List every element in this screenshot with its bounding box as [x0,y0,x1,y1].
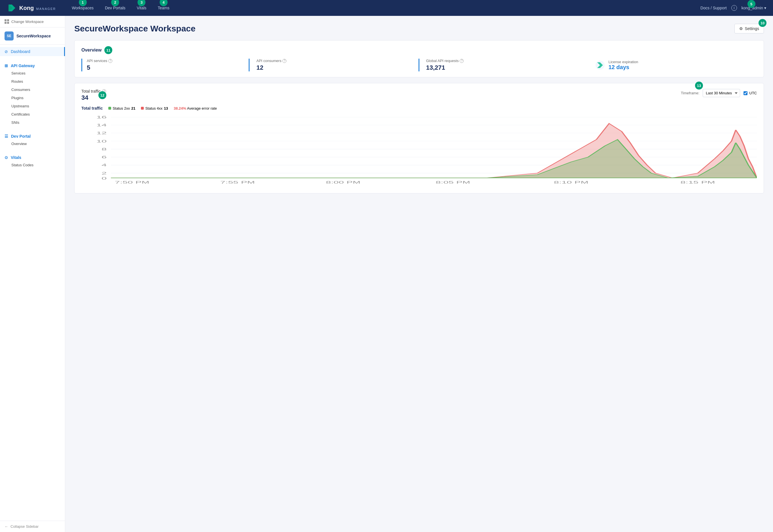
api-consumers-value: 12 [256,64,411,71]
page-header: SecureWorkspace Workspace 10 ⚙ Settings [74,24,764,33]
vitals-icon: ⊙ [5,155,8,160]
badge-12: 12 [98,91,106,99]
license-kong-icon [595,60,605,70]
badge-3: 3 [137,0,145,6]
sidebar-item-services[interactable]: Services [0,69,65,77]
sidebar-vitals-section: 9 ⊙ Vitals Status Codes [0,150,65,171]
nav-dev-portals[interactable]: 2 Dev Portals [100,3,130,12]
svg-text:8: 8 [101,147,107,151]
gear-icon: ⚙ [739,26,743,31]
sidebar-item-snis[interactable]: SNIs [0,118,65,127]
user-menu[interactable]: 5 kong_admin ▾ [742,6,766,10]
legend-2xx: Status 2xx 21 [108,106,135,110]
api-services-help-icon[interactable]: ? [108,59,112,63]
main-content: SecureWorkspace Workspace 10 ⚙ Settings … [65,16,773,532]
chart-title: Total traffic [81,106,103,110]
badge-13: 13 [695,82,703,90]
svg-text:0: 0 [101,176,107,180]
svg-marker-23 [111,139,757,178]
api-services-value: 5 [87,64,242,71]
api-gateway-icon: ⊞ [5,63,8,68]
error-rate: 38.24% Average error rate [174,106,217,110]
legend-4xx: Status 4xx 13 [141,106,168,110]
overview-card-title: Overview 11 [81,46,757,54]
overview-card: Overview 11 API services ? 5 API consume… [74,40,764,77]
api-consumers-help-icon[interactable]: ? [283,59,286,63]
svg-text:8:10 PM: 8:10 PM [554,180,589,184]
sidebar-api-gateway-header[interactable]: 7 ⊞ API Gateway [0,61,65,69]
badge-2: 2 [111,0,119,6]
svg-text:6: 6 [101,155,107,159]
legend-4xx-dot [141,107,144,110]
api-consumers-label: API consumers ? [256,59,411,63]
change-workspace-button[interactable]: 6 Change Workspace [0,16,65,27]
traffic-header: Total traffic ? 34 12 13 Timeframe: Last… [81,89,757,101]
stat-license-expiration: License expiration 12 days [588,59,757,71]
info-icon[interactable]: i [731,5,737,11]
docs-support-link[interactable]: Docs / Support [700,6,727,10]
timeframe-label: Timeframe: [681,91,699,95]
stat-global-api-requests: Global API requests ? 13,271 [419,59,588,71]
global-api-requests-label: Global API requests ? [426,59,581,63]
sidebar-item-status-codes[interactable]: Status Codes [0,161,65,169]
timeframe-select[interactable]: Last 30 Minutes Last Hour Last 24 Hours [703,89,740,97]
kong-logo-icon [7,3,17,13]
sidebar-item-dev-portal-overview[interactable]: Overview [0,140,65,148]
top-nav: Kong MANAGER 1 Workspaces 2 Dev Portals … [0,0,773,16]
chevron-down-icon: ▾ [764,6,766,10]
badge-11: 11 [104,46,112,54]
svg-text:10: 10 [96,139,107,143]
traffic-card: Total traffic ? 34 12 13 Timeframe: Last… [74,83,764,193]
sidebar-item-upstreams[interactable]: Upstreams [0,102,65,110]
nav-teams[interactable]: 4 Teams [153,3,174,12]
traffic-chart: 16 14 12 10 8 6 4 2 0 7:50 PM 7:55 PM [81,114,757,188]
svg-text:8:15 PM: 8:15 PM [681,180,715,184]
main-layout: 6 Change Workspace SE SecureWorkspace ⊘ … [0,16,773,532]
global-api-requests-help-icon[interactable]: ? [460,59,464,63]
sidebar-dev-portal-header[interactable]: 8 ☰ Dev Portal [0,131,65,140]
page-title: SecureWorkspace Workspace [74,24,196,33]
logo-area: Kong MANAGER [7,3,56,13]
svg-text:14: 14 [96,123,107,127]
sidebar: 6 Change Workspace SE SecureWorkspace ⊘ … [0,16,65,532]
sidebar-dashboard-section: ⊘ Dashboard [0,45,65,58]
api-services-label: API services ? [87,59,242,63]
stats-row: API services ? 5 API consumers ? 12 Glob… [81,59,757,71]
badge-4: 4 [160,0,167,6]
svg-text:7:50 PM: 7:50 PM [115,180,149,184]
badge-1: 1 [79,0,87,6]
nav-workspaces[interactable]: 1 Workspaces [67,3,98,12]
collapse-icon: ← [5,524,8,529]
svg-text:2: 2 [101,171,107,175]
logo-text: Kong MANAGER [19,5,56,11]
sidebar-vitals-header[interactable]: 9 ⊙ Vitals [0,152,65,161]
svg-text:12: 12 [96,131,107,135]
svg-text:8:05 PM: 8:05 PM [436,180,470,184]
svg-marker-22 [111,124,757,178]
badge-10: 10 [759,19,766,27]
sidebar-item-certificates[interactable]: Certificates [0,110,65,118]
license-expiration-value: 12 days [609,64,638,71]
workspace-avatar: SE [5,31,14,41]
svg-text:8:00 PM: 8:00 PM [326,180,360,184]
svg-text:16: 16 [96,115,107,119]
nav-vitals[interactable]: 3 Vitals [132,3,151,12]
sidebar-item-dashboard[interactable]: ⊘ Dashboard [0,47,65,56]
sidebar-item-routes[interactable]: Routes [0,77,65,86]
workspace-header: SE SecureWorkspace [0,27,65,45]
timeframe-area: 13 Timeframe: Last 30 Minutes Last Hour … [681,89,757,97]
change-workspace-label: Change Workspace [11,20,44,24]
workspace-name: SecureWorkspace [16,34,51,38]
stat-api-consumers: API consumers ? 12 [249,59,418,71]
utc-checkbox[interactable] [744,91,748,95]
sidebar-item-consumers[interactable]: Consumers [0,86,65,94]
collapse-sidebar-button[interactable]: ← Collapse Sidebar [0,521,65,532]
traffic-chart-svg: 16 14 12 10 8 6 4 2 0 7:50 PM 7:55 PM [81,114,757,188]
svg-text:4: 4 [101,163,107,167]
utc-checkbox-label: UTC [744,91,757,95]
svg-text:7:55 PM: 7:55 PM [220,180,255,184]
sidebar-item-plugins[interactable]: Plugins [0,94,65,102]
nav-right: Docs / Support i 5 kong_admin ▾ [700,5,766,11]
nav-links: 1 Workspaces 2 Dev Portals 3 Vitals 4 Te… [67,3,700,12]
settings-button[interactable]: 10 ⚙ Settings [734,24,764,33]
